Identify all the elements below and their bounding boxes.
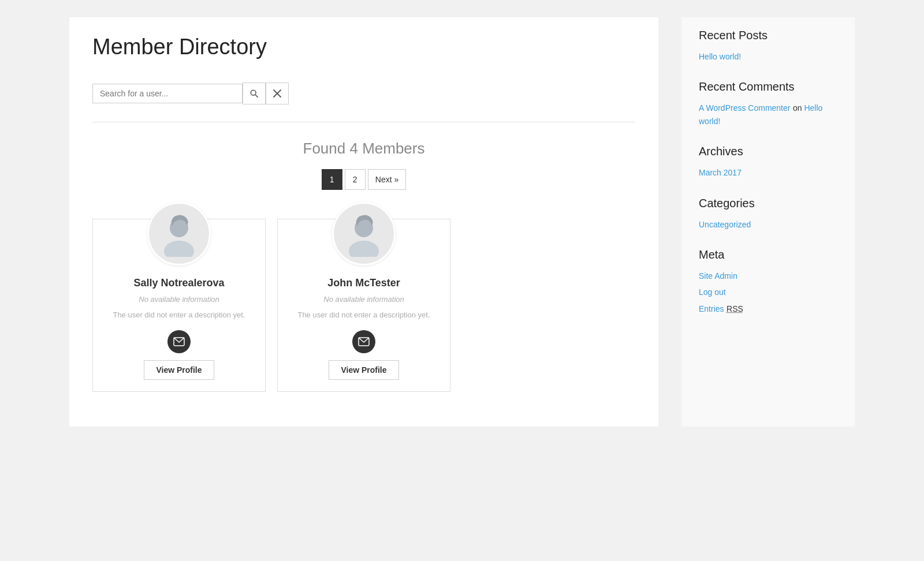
search-input[interactable] <box>92 84 243 103</box>
divider <box>92 122 635 122</box>
member-description: The user did not enter a description yet… <box>297 309 430 321</box>
search-bar <box>92 77 635 110</box>
email-button[interactable] <box>167 330 191 353</box>
recent-posts-heading: Recent Posts <box>699 29 837 42</box>
sidebar: Recent Posts Hello world! Recent Comment… <box>681 17 855 427</box>
svg-point-8 <box>349 241 379 257</box>
meta-log-out[interactable]: Log out <box>699 286 837 298</box>
view-profile-button-2[interactable]: View Profile <box>329 360 398 380</box>
member-info: No available information <box>323 295 404 304</box>
clear-button[interactable] <box>266 83 289 104</box>
search-button[interactable] <box>243 83 266 104</box>
member-card: Sally Notrealerova No available informat… <box>92 219 266 392</box>
sidebar-archives: Archives March 2017 <box>699 145 837 179</box>
avatar <box>147 202 211 265</box>
member-description: The user did not enter a description yet… <box>113 309 245 321</box>
archive-march-2017[interactable]: March 2017 <box>699 166 837 179</box>
svg-point-5 <box>164 241 194 257</box>
email-icon <box>358 337 370 346</box>
close-icon <box>273 89 281 98</box>
commenter-link[interactable]: A WordPress Commenter <box>699 103 790 113</box>
main-content: Member Directory Found 4 Members 1 <box>69 17 658 427</box>
email-icon <box>173 337 185 346</box>
sidebar-recent-comments: Recent Comments A WordPress Commenter on… <box>699 80 837 128</box>
meta-rss-label: RSS <box>726 304 743 313</box>
comment-on-text: on <box>793 103 804 113</box>
sidebar-recent-posts: Recent Posts Hello world! <box>699 29 837 63</box>
members-grid: Sally Notrealerova No available informat… <box>92 219 635 392</box>
member-info: No available information <box>139 295 219 304</box>
comment-entry: A WordPress Commenter on Hello world! <box>699 102 837 128</box>
svg-line-1 <box>255 95 258 97</box>
search-icon <box>250 89 258 98</box>
category-uncategorized[interactable]: Uncategorized <box>699 218 837 231</box>
meta-entries-rss: Entries RSS <box>699 302 837 315</box>
member-name: John McTester <box>327 277 400 289</box>
page-1-button[interactable]: 1 <box>322 169 342 190</box>
member-name: Sally Notrealerova <box>133 277 224 289</box>
avatar <box>332 202 396 265</box>
meta-entries-link[interactable]: Entries <box>699 304 724 313</box>
avatar-image <box>341 211 387 257</box>
sidebar-link-hello-world[interactable]: Hello world! <box>699 50 837 63</box>
sidebar-categories: Categories Uncategorized <box>699 197 837 231</box>
sidebar-meta: Meta Site Admin Log out Entries RSS <box>699 248 837 315</box>
page-title: Member Directory <box>92 35 635 59</box>
recent-comments-heading: Recent Comments <box>699 80 837 94</box>
member-card: John McTester No available information T… <box>277 219 450 392</box>
view-profile-button-1[interactable]: View Profile <box>144 360 214 380</box>
archives-heading: Archives <box>699 145 837 158</box>
avatar-image <box>156 211 202 257</box>
email-button[interactable] <box>352 330 375 353</box>
page-2-button[interactable]: 2 <box>345 169 366 190</box>
meta-heading: Meta <box>699 248 837 261</box>
categories-heading: Categories <box>699 197 837 210</box>
found-count: Found 4 Members <box>92 140 635 158</box>
pagination: 1 2 Next » <box>92 169 635 190</box>
page-next-button[interactable]: Next » <box>368 169 406 190</box>
meta-site-admin[interactable]: Site Admin <box>699 270 837 282</box>
